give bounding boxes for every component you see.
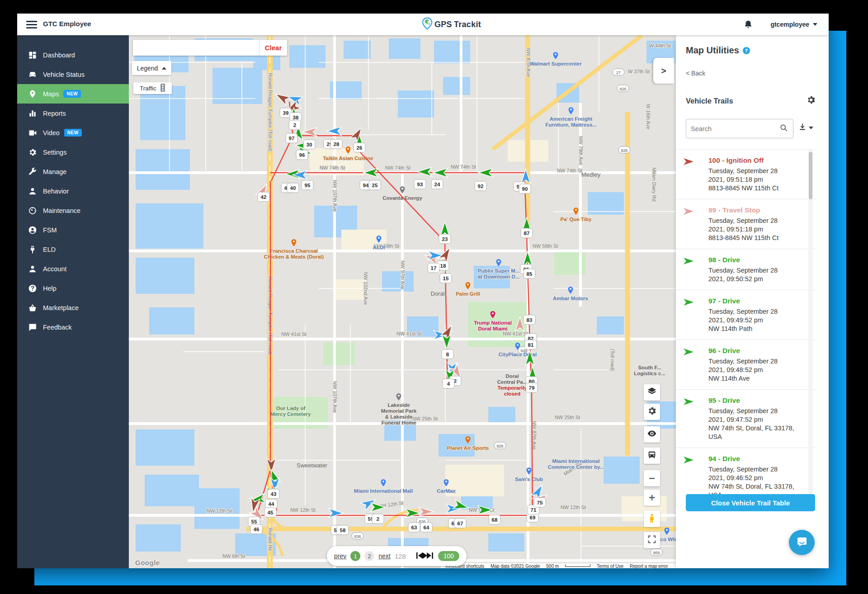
svg-text:45: 45 xyxy=(268,510,274,515)
trail-point-marker[interactable]: 67 xyxy=(454,519,466,528)
chat-widget-button[interactable] xyxy=(789,530,815,555)
trail-point-marker[interactable]: 90 xyxy=(519,184,531,193)
trail-point-marker[interactable]: 81 xyxy=(525,340,537,349)
trail-list-item[interactable]: 97 - DriveTuesday, September 282021, 09:… xyxy=(676,290,816,340)
next-page-link[interactable]: next xyxy=(378,552,390,560)
trail-list-item[interactable]: 99 - Travel StopTuesday, September 28202… xyxy=(676,199,816,249)
svg-text:Palm Grill: Palm Grill xyxy=(456,291,480,297)
trail-point-marker[interactable]: 2 xyxy=(372,514,384,523)
panel-collapse-button[interactable]: > xyxy=(653,58,674,84)
trail-point-marker[interactable]: 15 xyxy=(440,273,452,283)
trail-point-marker[interactable]: 58 xyxy=(337,525,349,535)
sidebar-item-dashboard[interactable]: Dashboard xyxy=(17,45,129,65)
poi-label: Miami International Mall xyxy=(354,479,413,494)
trail-list-item[interactable]: 96 - DriveTuesday, September 282021, 09:… xyxy=(676,340,816,390)
sidebar-item-help[interactable]: Help xyxy=(17,278,129,298)
trail-point-marker[interactable]: 8 xyxy=(442,349,453,359)
trail-point-marker[interactable]: 44 xyxy=(265,499,277,509)
street-label: W 16th Ave xyxy=(646,104,651,129)
menu-icon[interactable] xyxy=(26,21,37,28)
trail-point-marker[interactable]: 23 xyxy=(439,234,451,244)
trail-point-marker[interactable]: 25 xyxy=(369,180,381,190)
help-icon[interactable]: ? xyxy=(743,47,750,54)
trail-point-marker[interactable]: 46 xyxy=(250,524,262,534)
streetview-coverage-button[interactable] xyxy=(644,448,660,464)
trail-point-marker[interactable]: 83 xyxy=(524,315,535,325)
trail-search-input[interactable] xyxy=(691,125,779,132)
clear-search-button[interactable]: Clear xyxy=(259,40,287,56)
trail-point-marker[interactable]: 26 xyxy=(354,143,365,152)
sidebar-item-fsm[interactable]: FSM xyxy=(17,220,129,240)
poi-label: Our Lady ofMercy Cemetery xyxy=(271,405,311,417)
sidebar-item-video[interactable]: VideoNEW xyxy=(17,123,129,142)
sidebar-item-account[interactable]: Account xyxy=(17,259,129,278)
layers-button[interactable] xyxy=(644,384,660,401)
prev-page-link[interactable]: prev xyxy=(334,552,346,560)
visibility-button[interactable] xyxy=(644,426,660,443)
trail-point-marker[interactable]: 96 xyxy=(296,150,308,160)
trail-point-marker[interactable]: 4 xyxy=(443,379,454,388)
sidebar-item-vehicle-status[interactable]: Vehicle Status xyxy=(17,65,129,84)
sidebar-item-marketplace[interactable]: Marketplace xyxy=(17,298,129,317)
trail-point-marker[interactable]: 42 xyxy=(258,192,269,202)
page-2-button[interactable]: 2 xyxy=(364,551,374,561)
list-scrollbar[interactable] xyxy=(808,149,813,494)
sidebar-item-feedback[interactable]: Feedback xyxy=(17,317,129,337)
user-menu[interactable]: gtcemployee xyxy=(770,21,817,28)
trail-point-marker[interactable]: 93 xyxy=(414,179,426,189)
trail-list-item[interactable]: 98 - DriveTuesday, September 282021, 09:… xyxy=(676,249,816,290)
zoom-in-button[interactable]: + xyxy=(644,490,660,506)
sidebar-item-maps[interactable]: MapsNEW xyxy=(17,84,129,104)
sidebar-item-manage[interactable]: Manage xyxy=(17,162,129,181)
terms-link[interactable]: Terms of Use xyxy=(597,564,623,568)
trail-point-marker[interactable]: 87 xyxy=(521,228,533,238)
notifications-bell-icon[interactable] xyxy=(743,19,753,30)
trail-item-detail: NW 114th Ave xyxy=(708,374,810,383)
trail-settings-gear-icon[interactable] xyxy=(806,95,816,107)
traffic-toggle[interactable]: Traffic xyxy=(133,82,172,94)
trail-point-marker[interactable]: 28 xyxy=(330,139,342,149)
legend-toggle[interactable]: Legend xyxy=(132,61,171,75)
report-error-link[interactable]: Report a map error xyxy=(630,564,668,568)
trail-point-marker[interactable]: 63 xyxy=(408,523,420,532)
trail-point-marker[interactable]: 30 xyxy=(303,140,315,149)
trail-point-marker[interactable]: 43 xyxy=(268,489,279,499)
vehicle-direction-arrow[interactable] xyxy=(439,245,453,263)
sidebar-item-eld[interactable]: ELD xyxy=(17,240,129,259)
close-vehicle-trail-table-button[interactable]: Close Vehicle Trail Table xyxy=(686,494,815,511)
trail-point-marker[interactable]: 75 xyxy=(534,498,546,507)
zoom-out-button[interactable]: − xyxy=(644,470,660,486)
trail-point-marker[interactable]: 68 xyxy=(489,515,500,524)
trail-list-item[interactable]: 94 - DriveTuesday, September 282021, 09:… xyxy=(676,448,816,494)
sidebar-item-reports[interactable]: Reports xyxy=(17,104,129,123)
trail-point-marker[interactable]: 92 xyxy=(475,181,486,191)
trail-point-marker[interactable]: 79 xyxy=(526,383,538,392)
trail-list-item[interactable]: 95 - DriveTuesday, September 282021, 09:… xyxy=(676,390,816,448)
map-canvas[interactable]: NW 74th StNW 74th StNW 74th StNW 74th St… xyxy=(129,35,676,568)
svg-text:18: 18 xyxy=(440,263,446,269)
back-link[interactable]: < Back xyxy=(686,70,705,77)
vehicle-direction-arrow[interactable] xyxy=(274,90,291,105)
page-size-badge[interactable]: 100 xyxy=(438,551,459,561)
trail-point-marker[interactable]: 24 xyxy=(431,179,443,189)
trail-point-marker[interactable]: 97 xyxy=(286,133,297,143)
page-1-button[interactable]: 1 xyxy=(350,551,360,561)
sidebar-item-behavior[interactable]: Behavior xyxy=(17,181,129,201)
trail-point-marker[interactable]: 45 xyxy=(264,508,276,517)
trail-point-marker[interactable]: 17 xyxy=(428,263,439,273)
trail-point-marker[interactable]: 2 xyxy=(289,120,301,130)
map-settings-button[interactable] xyxy=(644,404,660,420)
export-button[interactable] xyxy=(798,123,813,133)
sidebar-item-maintenance[interactable]: Maintenance xyxy=(17,201,129,220)
playback-controls-icon[interactable] xyxy=(416,552,434,560)
trail-point-marker[interactable]: 95 xyxy=(302,180,313,190)
trail-point-marker[interactable]: 40 xyxy=(287,183,299,193)
fullscreen-button[interactable] xyxy=(644,532,660,548)
trail-list-item[interactable]: 100 - Ignition OffTuesday, September 282… xyxy=(676,150,816,199)
trail-item-title: 97 - Drive xyxy=(708,297,810,305)
pegman-button[interactable] xyxy=(644,511,660,527)
map-search-input[interactable] xyxy=(133,40,259,56)
trail-point-marker[interactable]: 85 xyxy=(524,269,535,278)
trail-point-marker[interactable]: 64 xyxy=(420,523,432,532)
sidebar-item-settings[interactable]: Settings xyxy=(17,142,129,162)
